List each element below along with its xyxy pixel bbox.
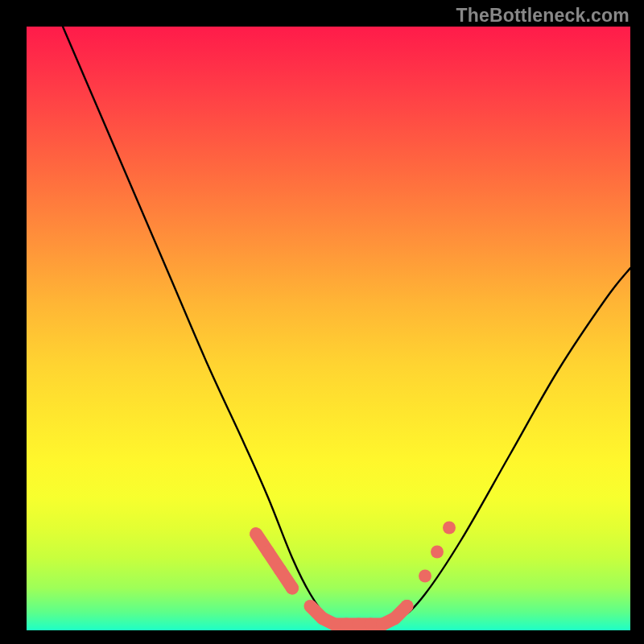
marker-dot — [286, 582, 299, 595]
marker-pill — [395, 606, 407, 618]
marker-pill — [311, 606, 323, 618]
marker-pill — [256, 534, 268, 552]
marker-pill — [280, 570, 292, 588]
marker-pill — [383, 618, 395, 625]
marker-dot — [431, 546, 444, 559]
marker-dot — [401, 600, 414, 613]
highlight-markers — [256, 522, 456, 625]
marker-dot — [443, 522, 456, 535]
plot-area — [27, 27, 630, 630]
chart-stage: TheBottleneck.com — [0, 0, 644, 644]
chart-svg — [27, 27, 630, 630]
marker-pill — [323, 618, 335, 625]
bottleneck-curve — [63, 27, 630, 625]
watermark-text: TheBottleneck.com — [456, 5, 630, 27]
marker-dot — [419, 570, 431, 583]
marker-pill — [268, 552, 280, 571]
